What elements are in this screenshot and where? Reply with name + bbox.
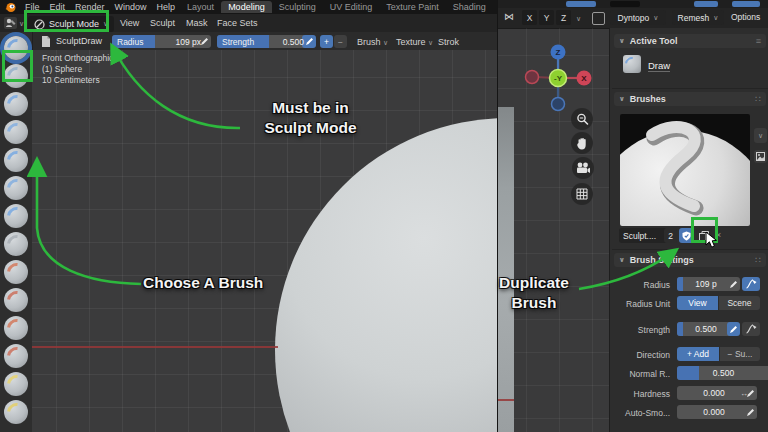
active-tool-name[interactable]: Draw xyxy=(648,60,670,72)
brushes-section-header[interactable]: ∨ Brushes ∷ xyxy=(614,92,766,106)
toolbar-brush-scrape[interactable] xyxy=(4,316,28,340)
annotation-duplicate-brush: Duplicate Brush xyxy=(478,273,590,313)
partial-widget xyxy=(694,1,718,7)
orientation-gizmo[interactable]: Z X -Y xyxy=(520,36,598,116)
grid-toggle-button[interactable] xyxy=(571,183,593,205)
preview-sculpt-stroke xyxy=(620,114,750,226)
pan-button[interactable] xyxy=(571,132,593,154)
editor-type-icon[interactable] xyxy=(4,17,17,29)
viewport-nav-area: Z X -Y xyxy=(498,28,609,432)
symmetry-y-toggle[interactable]: Y xyxy=(539,10,554,25)
toolbar-brush-blob[interactable] xyxy=(4,204,28,228)
active-tool-icon[interactable] xyxy=(623,55,641,73)
normal-radius-slider[interactable]: 0.500 xyxy=(677,366,768,380)
strength-pen-button[interactable] xyxy=(727,322,740,336)
toolbar-brush-clay[interactable] xyxy=(4,92,28,116)
menu-face-sets[interactable]: Face Sets xyxy=(217,18,258,28)
workspace-tab-texture-paint[interactable]: Texture Paint xyxy=(379,1,446,13)
menu-texture[interactable]: Texture ∨ xyxy=(396,37,433,47)
chevron-down-icon: ∨ xyxy=(619,37,625,45)
symmetry-z-toggle[interactable]: Z xyxy=(556,10,571,25)
toolbar-brush-pinch[interactable] xyxy=(4,344,28,368)
menu-sculpt[interactable]: Sculpt xyxy=(150,18,175,28)
right-header: ⋈ X Y Z ∨ Dyntopo∨ Remesh∨ Options xyxy=(498,8,768,29)
active-tool-section-header[interactable]: ∨ Active Tool ≡ xyxy=(614,34,766,48)
section-title: Brushes xyxy=(630,94,666,104)
partial-widget xyxy=(610,1,640,7)
toolbar-brush-snake-hook[interactable] xyxy=(4,400,28,424)
toolbar-brush-grab[interactable] xyxy=(4,372,28,396)
hamburger-icon[interactable]: ≡ xyxy=(756,36,761,46)
dyntopo-dropdown[interactable]: Dyntopo∨ xyxy=(610,10,666,25)
x-axis-line xyxy=(498,399,514,401)
annotation-must-be-in-sculpt-mode: Must be in Sculpt Mode xyxy=(228,98,393,138)
hand-icon xyxy=(576,137,588,150)
mask-subtract-button[interactable]: − xyxy=(334,35,347,48)
mouse-cursor xyxy=(705,231,719,249)
blender-logo-icon[interactable] xyxy=(5,2,16,13)
svg-text:-Y: -Y xyxy=(554,74,563,83)
brush-name-field[interactable]: SculptDraw xyxy=(56,36,102,46)
workspace-tab-sculpting[interactable]: Sculpting xyxy=(272,1,323,13)
direction-subtract-button[interactable]: − Su... xyxy=(720,347,760,361)
toolbar-brush-layer[interactable] xyxy=(4,148,28,172)
preview-expand-button[interactable]: ∨ xyxy=(754,128,767,143)
brush-users-count[interactable]: 2 xyxy=(664,228,677,243)
autosmooth-pen-button[interactable] xyxy=(744,405,757,419)
shield-icon xyxy=(682,231,691,241)
menu-help[interactable]: Help xyxy=(157,2,176,12)
menu-mask[interactable]: Mask xyxy=(186,18,208,28)
radius-pen-button[interactable] xyxy=(727,277,740,291)
toolbar-brush-flatten[interactable] xyxy=(4,288,28,312)
menu-stroke[interactable]: Strok xyxy=(438,37,459,47)
toolbar-brush-crease[interactable] xyxy=(4,232,28,256)
hardness-slider[interactable]: 0.000 ↔ xyxy=(677,386,751,400)
svg-text:X: X xyxy=(581,74,587,83)
strength-slider[interactable]: Strength 0.500 xyxy=(217,35,309,48)
autosmooth-slider[interactable]: 0.000 xyxy=(677,405,751,419)
symmetry-x-toggle[interactable]: X xyxy=(522,10,537,25)
menu-window[interactable]: Window xyxy=(115,2,147,12)
chevron-down-icon[interactable]: ∨ xyxy=(576,15,581,23)
camera-view-button[interactable] xyxy=(572,157,594,179)
mask-add-button[interactable]: + xyxy=(320,35,333,48)
pen-icon xyxy=(729,325,738,334)
blender-window: File Edit Render Window Help Layout Mode… xyxy=(0,0,768,432)
toolbar-brush-smooth[interactable] xyxy=(4,260,28,284)
options-dropdown[interactable]: Options xyxy=(731,12,760,22)
arrows-horizontal-icon: ↔ xyxy=(740,389,748,398)
highlight-box-brush-tool xyxy=(2,50,33,82)
camera-icon xyxy=(576,162,590,174)
brush-name-field[interactable]: Sculpt.... xyxy=(619,228,667,243)
annotation-choose-a-brush: Choose A Brush xyxy=(143,273,263,293)
falloff-icon[interactable] xyxy=(592,12,605,25)
radius-unit-view-button[interactable]: View xyxy=(677,296,718,310)
brush-preview[interactable] xyxy=(620,114,750,226)
menu-brush[interactable]: Brush ∨ xyxy=(357,37,388,47)
pen-icon xyxy=(729,280,738,289)
brush-toolbar xyxy=(0,32,33,432)
sphere-object[interactable] xyxy=(275,118,497,432)
section-title: Active Tool xyxy=(630,36,678,46)
workspace-tab-shading[interactable]: Shading xyxy=(446,1,493,13)
strength-label: Strength xyxy=(612,325,670,335)
zoom-button[interactable] xyxy=(571,108,593,130)
mirror-icon[interactable]: ⋈ xyxy=(504,11,514,22)
workspace-tab-layout[interactable]: Layout xyxy=(180,1,221,13)
viewport-overlay-scale: 10 Centimeters xyxy=(42,75,113,86)
preview-image-button[interactable] xyxy=(754,150,767,163)
remesh-dropdown[interactable]: Remesh∨ xyxy=(672,10,724,25)
strength-pressure-button[interactable] xyxy=(302,35,316,48)
direction-add-button[interactable]: + Add xyxy=(677,347,719,361)
radius-pressure-button[interactable] xyxy=(742,277,760,291)
svg-text:Z: Z xyxy=(556,48,561,57)
workspace-tab-uv-editing[interactable]: UV Editing xyxy=(323,1,380,13)
radius-unit-scene-button[interactable]: Scene xyxy=(719,296,760,310)
brush-settings-section-header[interactable]: ∨ Brush Settings ∷ xyxy=(614,253,766,267)
strength-pressure-button[interactable] xyxy=(742,322,760,336)
toolbar-brush-clay-strips[interactable] xyxy=(4,120,28,144)
toolbar-brush-inflate[interactable] xyxy=(4,176,28,200)
radius-slider[interactable]: Radius 109 px xyxy=(112,35,206,48)
menu-view[interactable]: View xyxy=(120,18,139,28)
workspace-tab-modeling[interactable]: Modeling xyxy=(221,1,272,13)
